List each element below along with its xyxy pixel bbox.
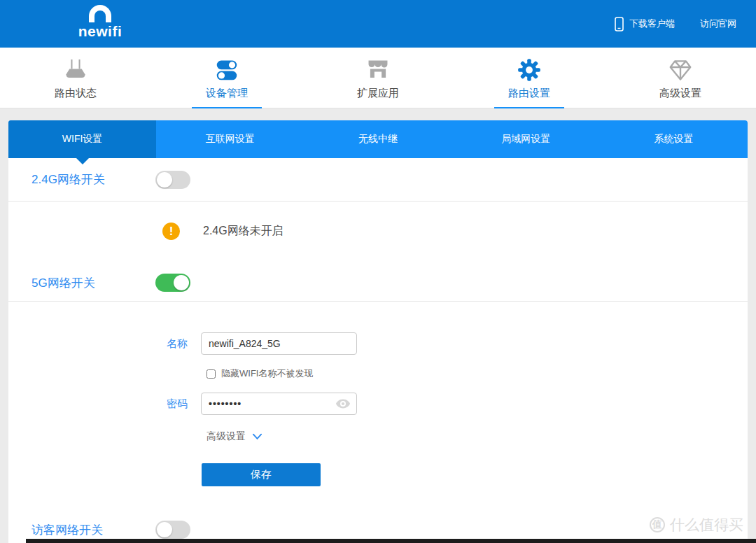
toggles-icon (214, 57, 240, 83)
nav-label-advanced-settings: 高级设置 (659, 87, 701, 100)
nav-label-router-status: 路由状态 (55, 87, 97, 100)
watermark-badge: 值 (650, 517, 665, 533)
password-label: 密码 (8, 397, 188, 411)
tab-system-settings-label: 系统设置 (654, 133, 693, 146)
chevron-down-icon (252, 433, 262, 440)
advanced-settings-link[interactable]: 高级设置 (206, 430, 262, 443)
nav-item-device-management[interactable]: 设备管理 (151, 48, 302, 108)
nav-item-extensions[interactable]: 扩展应用 (302, 48, 454, 108)
watermark-text: 什么值得买 (670, 515, 743, 535)
visit-official-site-label: 访问官网 (700, 17, 736, 30)
bottom-dark-strip (26, 539, 756, 543)
nav-label-router-settings: 路由设置 (508, 87, 550, 100)
newifi-n-icon (89, 5, 111, 22)
tab-internet-settings-label: 互联网设置 (206, 133, 255, 146)
download-client-label: 下载客户端 (629, 17, 675, 30)
wifi-24g-label: 2.4G网络开关 (31, 171, 155, 188)
hide-ssid-row: 隐藏WIFI名称不被发现 (206, 367, 748, 380)
smzdm-watermark: 值 什么值得买 (650, 515, 743, 535)
phone-icon (615, 17, 624, 31)
password-row: 密码 (8, 393, 748, 415)
nav-item-advanced-settings[interactable]: 高级设置 (605, 48, 756, 108)
router-icon (62, 57, 89, 83)
settings-card: WIFI设置 互联网设置 无线中继 局域网设置 系统设置 2.4G网络开关 ! … (8, 120, 748, 543)
save-button[interactable]: 保存 (202, 463, 321, 486)
wifi-5g-label: 5G网络开关 (31, 275, 155, 291)
gear-icon (516, 57, 542, 83)
tab-lan-settings[interactable]: 局域网设置 (452, 120, 600, 158)
guest-network-toggle[interactable] (155, 521, 190, 539)
toggle-knob (157, 522, 172, 537)
tab-wireless-relay[interactable]: 无线中继 (304, 120, 451, 158)
wifi-5g-toggle[interactable] (155, 274, 190, 292)
hide-ssid-label: 隐藏WIFI名称不被发现 (221, 367, 313, 380)
ssid-name-input[interactable] (201, 332, 357, 355)
wifi-settings-content: 2.4G网络开关 ! 2.4G网络未开启 5G网络开关 名称 (8, 158, 748, 543)
tab-wifi-settings-label: WIFI设置 (62, 133, 103, 146)
warning-icon: ! (162, 223, 180, 240)
top-header: newifi 下载客户端 访问官网 (0, 0, 756, 48)
nav-item-router-settings[interactable]: 路由设置 (454, 48, 605, 108)
show-password-eye-icon[interactable] (335, 398, 351, 409)
nav-label-device-management: 设备管理 (206, 87, 248, 100)
diamond-icon (667, 57, 694, 83)
tab-internet-settings[interactable]: 互联网设置 (156, 120, 304, 158)
toggle-knob (174, 275, 189, 290)
nav-item-router-status[interactable]: 路由状态 (0, 48, 151, 108)
download-client-link[interactable]: 下载客户端 (615, 17, 675, 31)
warning-row: ! 2.4G网络未开启 (162, 223, 748, 240)
newifi-logo: newifi (69, 5, 132, 40)
guest-network-label: 访客网络开关 (31, 522, 155, 538)
tab-wifi-settings[interactable]: WIFI设置 (8, 120, 156, 158)
wifi-5g-row: 5G网络开关 (8, 274, 748, 292)
tab-lan-settings-label: 局域网设置 (501, 133, 550, 146)
visit-official-site-link[interactable]: 访问官网 (700, 17, 736, 30)
warning-and-5g-section: ! 2.4G网络未开启 5G网络开关 (8, 202, 748, 302)
password-input[interactable] (201, 393, 357, 415)
warning-text: 2.4G网络未开启 (203, 224, 284, 239)
wifi-24g-toggle[interactable] (155, 171, 190, 189)
main-nav: 路由状态 设备管理 扩展应用 (0, 48, 756, 108)
ssid-name-row: 名称 (8, 332, 748, 355)
tab-wireless-relay-label: 无线中继 (358, 133, 398, 146)
tab-system-settings[interactable]: 系统设置 (600, 120, 748, 158)
hide-ssid-checkbox[interactable] (206, 369, 216, 379)
store-icon (365, 57, 391, 83)
ssid-name-label: 名称 (8, 337, 188, 351)
wifi-24g-row: 2.4G网络开关 (8, 158, 748, 202)
logo-text: newifi (78, 23, 122, 40)
wifi-5g-form: 名称 隐藏WIFI名称不被发现 密码 (8, 302, 748, 486)
nav-label-extensions: 扩展应用 (357, 87, 399, 100)
sub-nav: WIFI设置 互联网设置 无线中继 局域网设置 系统设置 (8, 120, 748, 158)
advanced-settings-label: 高级设置 (206, 430, 246, 443)
toggle-knob (157, 172, 172, 188)
page-gap (0, 108, 756, 120)
